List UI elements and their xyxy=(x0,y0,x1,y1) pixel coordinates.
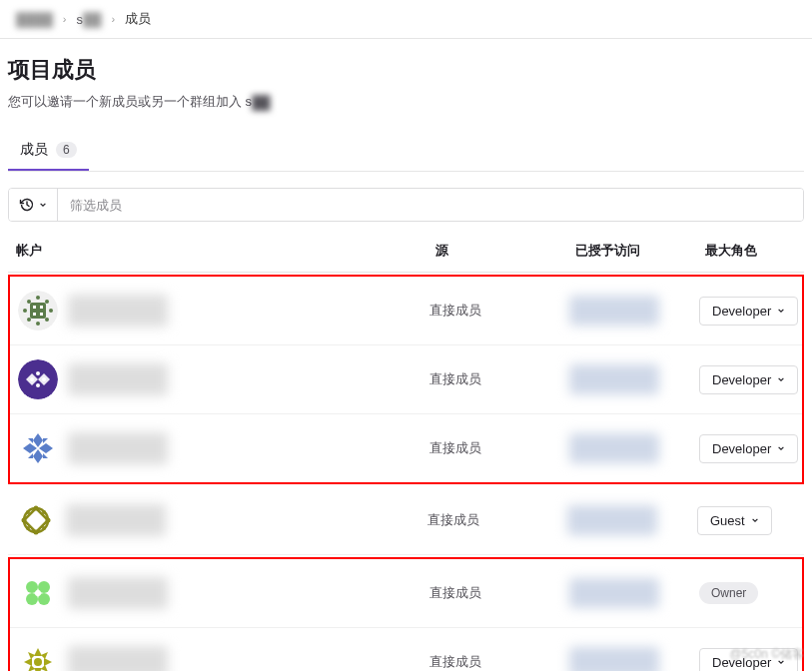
role-badge: Owner xyxy=(699,582,758,604)
svg-point-37 xyxy=(34,658,42,666)
member-source: 直接成员 xyxy=(429,302,569,320)
avatar[interactable] xyxy=(18,428,58,468)
member-source: 直接成员 xyxy=(429,370,569,388)
member-info xyxy=(58,295,429,327)
svg-point-26 xyxy=(26,510,30,514)
role-value: Developer xyxy=(712,372,771,387)
member-info xyxy=(58,432,429,464)
avatar[interactable] xyxy=(18,642,58,671)
role-select[interactable]: Guest xyxy=(697,506,772,535)
highlight-annotation: 直接成员 Developer 直接成员 Developer 直接成员 Devel… xyxy=(8,275,804,484)
filter-members-input[interactable] xyxy=(58,189,803,221)
member-role: Developer xyxy=(699,365,798,394)
chevron-down-icon xyxy=(39,201,47,209)
chevron-right-icon: › xyxy=(63,13,67,25)
filter-bar xyxy=(8,188,804,222)
member-row: 直接成员 Guest xyxy=(8,486,804,555)
breadcrumb-item-2[interactable]: s██ xyxy=(77,12,102,27)
role-value: Developer xyxy=(712,304,771,319)
avatar[interactable] xyxy=(16,500,56,540)
svg-point-7 xyxy=(36,322,40,326)
member-row: 直接成员 Developer xyxy=(10,628,802,671)
member-access xyxy=(569,578,699,608)
avatar[interactable] xyxy=(18,291,58,331)
svg-point-18 xyxy=(36,383,40,387)
chevron-down-icon xyxy=(777,307,785,315)
svg-point-29 xyxy=(42,526,46,530)
member-info xyxy=(58,577,429,609)
member-access xyxy=(569,364,699,394)
member-access xyxy=(569,433,699,463)
member-source: 直接成员 xyxy=(427,511,567,529)
member-row: 直接成员 Owner xyxy=(10,559,802,628)
svg-point-9 xyxy=(49,309,53,313)
role-select[interactable]: Developer xyxy=(699,434,798,463)
role-select[interactable]: Developer xyxy=(699,297,798,326)
chevron-down-icon xyxy=(751,516,759,524)
svg-point-11 xyxy=(45,300,49,304)
breadcrumb-item-1[interactable]: ████ xyxy=(16,12,53,27)
column-max-role[interactable]: 最大角色 xyxy=(705,242,796,260)
highlight-annotation: 直接成员 Owner 直接成员 Developer xyxy=(8,557,804,671)
svg-point-27 xyxy=(42,510,46,514)
chevron-down-icon xyxy=(777,375,785,383)
svg-point-10 xyxy=(27,300,31,304)
tab-members-label: 成员 xyxy=(20,141,48,159)
svg-point-24 xyxy=(22,518,27,523)
column-access[interactable]: 已授予访问 xyxy=(575,242,705,260)
page-title: 项目成员 xyxy=(8,55,804,85)
member-role: Developer xyxy=(699,434,798,463)
page-subtitle: 您可以邀请一个新成员或另一个群组加入 s██ xyxy=(8,93,804,111)
svg-point-22 xyxy=(34,506,39,511)
svg-point-25 xyxy=(46,518,51,523)
tab-members[interactable]: 成员 6 xyxy=(8,131,89,171)
member-row: 直接成员 Developer xyxy=(10,277,802,345)
member-role: Guest xyxy=(697,506,796,535)
avatar[interactable] xyxy=(18,573,58,613)
tabs: 成员 6 xyxy=(8,131,804,172)
svg-point-15 xyxy=(30,377,34,381)
svg-point-36 xyxy=(18,642,58,671)
table-header: 帐户 源 已授予访问 最大角色 xyxy=(8,230,804,273)
svg-rect-5 xyxy=(40,313,43,316)
svg-point-17 xyxy=(36,371,40,375)
column-source[interactable]: 源 xyxy=(435,242,575,260)
svg-rect-2 xyxy=(33,306,36,309)
member-info xyxy=(56,504,427,536)
svg-point-35 xyxy=(35,590,41,596)
role-value: Developer xyxy=(712,441,771,456)
member-access xyxy=(569,647,699,671)
member-source: 直接成员 xyxy=(429,584,569,602)
history-icon xyxy=(19,197,35,213)
member-source: 直接成员 xyxy=(429,439,569,457)
svg-point-8 xyxy=(23,309,27,313)
member-info xyxy=(58,363,429,395)
role-value: Guest xyxy=(710,513,745,528)
chevron-down-icon xyxy=(777,444,785,452)
history-filter-button[interactable] xyxy=(9,189,58,221)
column-account[interactable]: 帐户 xyxy=(16,242,435,260)
member-source: 直接成员 xyxy=(429,653,569,671)
member-row: 直接成员 Developer xyxy=(10,414,802,482)
avatar[interactable] xyxy=(18,359,58,399)
member-role: Developer xyxy=(699,297,798,326)
svg-point-12 xyxy=(27,318,31,322)
breadcrumb: ████ › s██ › 成员 xyxy=(0,0,812,38)
member-access xyxy=(569,296,699,326)
svg-point-16 xyxy=(42,377,46,381)
member-info xyxy=(58,646,429,671)
svg-point-13 xyxy=(45,318,49,322)
member-row: 直接成员 Developer xyxy=(10,345,802,414)
chevron-right-icon: › xyxy=(111,13,115,25)
breadcrumb-item-3[interactable]: 成员 xyxy=(125,10,151,28)
members-count-badge: 6 xyxy=(56,142,77,158)
member-access xyxy=(567,505,697,535)
watermark: @5c0n ©储客 xyxy=(730,646,804,663)
svg-rect-1 xyxy=(30,303,46,319)
role-select[interactable]: Developer xyxy=(699,365,798,394)
svg-rect-4 xyxy=(33,313,36,316)
svg-point-6 xyxy=(36,296,40,300)
svg-rect-3 xyxy=(40,306,43,309)
member-role: Owner xyxy=(699,582,794,604)
svg-point-23 xyxy=(34,530,39,535)
